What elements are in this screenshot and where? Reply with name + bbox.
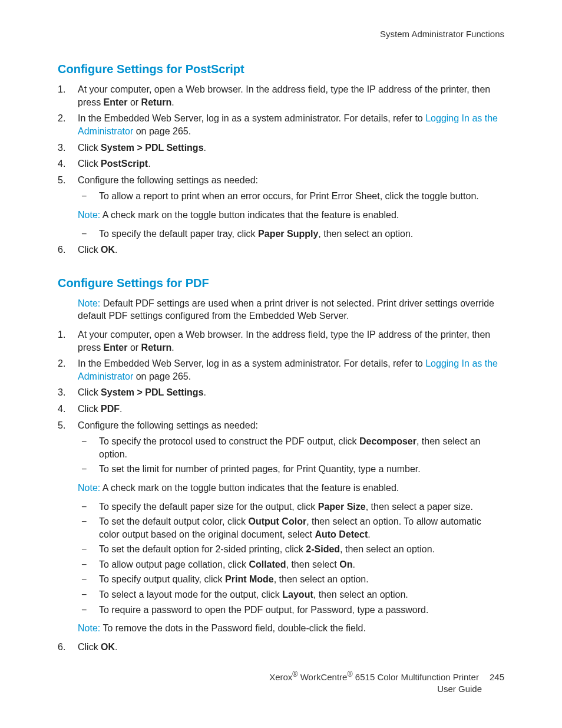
sub-item: To set the limit for number of printed p…: [78, 463, 504, 476]
bold: PDF: [101, 404, 120, 414]
text: .: [148, 159, 150, 169]
text: or: [127, 342, 141, 353]
note-label: Note:: [78, 623, 100, 633]
text: .: [204, 387, 206, 397]
sub-item: To set the default output color, click O…: [78, 515, 504, 541]
step-item: In the Embedded Web Server, log in as a …: [58, 357, 504, 383]
text: Click: [78, 404, 101, 414]
text: To allow output page collation, click: [99, 559, 249, 569]
text: .: [115, 642, 117, 652]
note-label: Note:: [78, 483, 100, 493]
bold: Output Color: [248, 516, 306, 526]
text: on page 265.: [133, 371, 191, 381]
sub-item: To specify the default paper tray, click…: [78, 228, 504, 241]
text: In the Embedded Web Server, log in as a …: [78, 113, 425, 123]
text: To set the default option for 2-sided pr…: [99, 544, 306, 554]
footer-doc-title: User Guide: [269, 683, 482, 695]
text: Configure the following settings as need…: [78, 420, 258, 430]
bold: Layout: [282, 589, 313, 599]
running-header: System Administrator Functions: [58, 28, 504, 40]
sub-list: To specify the protocol used to construc…: [78, 435, 504, 476]
step-item: Click PDF.: [58, 403, 504, 416]
postscript-steps: At your computer, open a Web browser. In…: [58, 83, 504, 256]
bold: Enter: [104, 342, 128, 353]
step-item: Click OK.: [58, 641, 504, 654]
step-item: At your computer, open a Web browser. In…: [58, 83, 504, 108]
note: Note: A check mark on the toggle button …: [78, 482, 504, 495]
bold: Paper Size: [318, 502, 366, 512]
step-item: Click PostScript.: [58, 157, 504, 170]
note-label: Note:: [78, 298, 100, 308]
text: Click: [78, 387, 101, 397]
step-item: In the Embedded Web Server, log in as a …: [58, 112, 504, 137]
text: or: [127, 97, 141, 107]
text: Configure the following settings as need…: [78, 175, 258, 185]
sub-item: To select a layout mode for the output, …: [78, 588, 504, 601]
text: , then select an option.: [313, 589, 408, 599]
text: .: [352, 559, 355, 569]
bold: Enter: [104, 97, 128, 107]
text: In the Embedded Web Server, log in as a …: [78, 358, 425, 368]
step-item: Click System > PDL Settings.: [58, 141, 504, 154]
text: .: [171, 342, 174, 353]
step-item: Click System > PDL Settings.: [58, 386, 504, 399]
note-intro: Note: Default PDF settings are used when…: [78, 297, 504, 322]
step-item: Configure the following settings as need…: [58, 174, 504, 240]
step-item: At your computer, open a Web browser. In…: [58, 328, 504, 354]
sub-item: To specify the protocol used to construc…: [78, 435, 504, 460]
pdf-steps: At your computer, open a Web browser. In…: [58, 328, 504, 653]
note-text: A check mark on the toggle button indica…: [100, 210, 399, 220]
bold: Collated: [249, 559, 286, 569]
bold: Decomposer: [359, 436, 416, 446]
text: .: [171, 97, 174, 107]
text: , then select a paper size.: [366, 502, 473, 512]
note: Note: A check mark on the toggle button …: [78, 209, 504, 222]
note-text: Default PDF settings are used when a pri…: [78, 298, 494, 321]
bold: System > PDL Settings: [101, 387, 203, 397]
text: To specify the protocol used to construc…: [99, 436, 359, 446]
text: Click: [78, 245, 101, 255]
footer-model: 6515 Color Multifunction Printer: [353, 672, 479, 682]
text: To specify output quality, click: [99, 574, 225, 584]
bold: PostScript: [101, 159, 148, 169]
note-text: To remove the dots in the Password field…: [100, 623, 366, 633]
text: .: [368, 529, 370, 539]
text: , then select an option.: [274, 574, 369, 584]
bold: On: [339, 559, 352, 569]
bold: Return: [141, 342, 172, 353]
text: , then select an option.: [318, 229, 413, 239]
text: , then select: [286, 559, 340, 569]
bold: Print Mode: [225, 574, 274, 584]
sub-item: To specify the default paper size for th…: [78, 500, 504, 513]
sub-item: To allow a report to print when an error…: [78, 190, 504, 203]
bold: OK: [101, 642, 115, 652]
text: , then select an option.: [340, 544, 435, 554]
step-item: Configure the following settings as need…: [58, 419, 504, 635]
sub-item: To require a password to open the PDF ou…: [78, 604, 504, 617]
text: on page 265.: [133, 126, 191, 136]
footer-product: WorkCentre: [298, 672, 348, 682]
bold: Return: [141, 97, 172, 107]
bold: 2-Sided: [306, 544, 340, 554]
heading-pdf: Configure Settings for PDF: [58, 275, 504, 291]
note-text: A check mark on the toggle button indica…: [100, 483, 399, 493]
text: .: [204, 143, 206, 153]
page-footer: Xerox® WorkCentre® 6515 Color Multifunct…: [269, 670, 504, 696]
bold: System > PDL Settings: [101, 143, 203, 153]
sub-item: To set the default option for 2-sided pr…: [78, 543, 504, 556]
sub-list: To allow a report to print when an error…: [78, 190, 504, 203]
note-label: Note:: [78, 210, 100, 220]
heading-postscript: Configure Settings for PostScript: [58, 61, 504, 77]
text: To set the default output color, click: [99, 516, 248, 526]
text: Click: [78, 143, 101, 153]
bold: Paper Supply: [258, 229, 318, 239]
text: .: [115, 245, 117, 255]
sub-list: To specify the default paper tray, click…: [78, 228, 504, 241]
text: To specify the default paper tray, click: [99, 229, 258, 239]
sub-item: To specify output quality, click Print M…: [78, 573, 504, 586]
text: Click: [78, 642, 101, 652]
registered-icon: ®: [347, 670, 352, 678]
page-number: 245: [490, 671, 504, 683]
bold: Auto Detect: [315, 529, 368, 539]
step-item: Click OK.: [58, 243, 504, 256]
